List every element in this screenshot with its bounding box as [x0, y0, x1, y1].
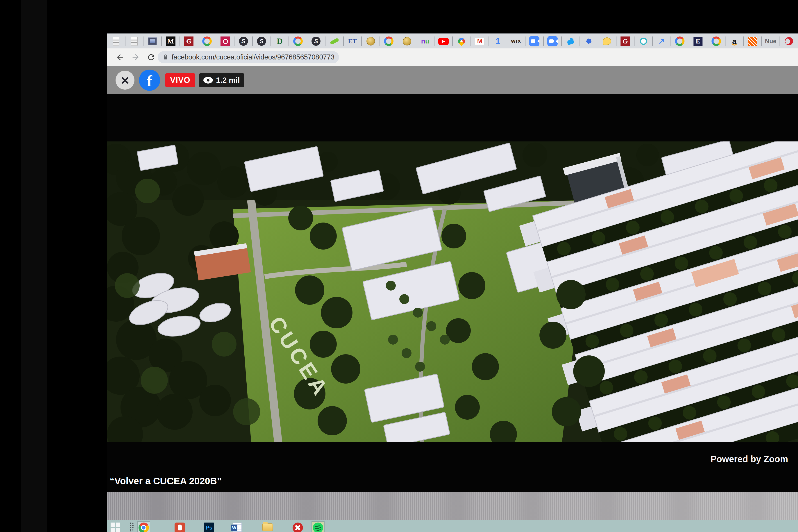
- tab-gandhi-g[interactable]: G: [616, 34, 634, 49]
- opera-o-icon: [784, 37, 794, 46]
- taskbar-item-app-grid-dots[interactable]: [130, 522, 134, 532]
- youtube-icon: ▶: [438, 38, 449, 45]
- tab-crimson-seal[interactable]: [216, 34, 234, 49]
- nubank-nu-icon: [420, 36, 430, 46]
- tab-google-g[interactable]: [671, 34, 689, 49]
- tab-zoom-camera[interactable]: [525, 34, 544, 49]
- taskbar-item-spotify[interactable]: [311, 521, 325, 532]
- medium-m-icon: M: [166, 37, 175, 46]
- tab-teal-ring[interactable]: [634, 34, 652, 49]
- taskbar-item-word[interactable]: [233, 522, 242, 532]
- twitter-bird-icon: [566, 36, 576, 46]
- wix-icon: WIX: [511, 36, 521, 46]
- tab-google-one[interactable]: 1: [489, 34, 507, 49]
- tab-wix[interactable]: WIX: [507, 34, 525, 49]
- tab-dark-globe[interactable]: S: [252, 34, 271, 49]
- photographed-screen: MGSSDSET▶M1WIXG↗EaNue facebook.com/cucea…: [0, 0, 798, 532]
- maps-pin-icon: [457, 37, 466, 46]
- doc-text-icon: [113, 37, 119, 46]
- tab-et-news[interactable]: ET: [343, 34, 362, 49]
- tab-gmail-m[interactable]: M: [471, 34, 489, 49]
- doc-text-icon: [131, 37, 138, 46]
- taskbar-item-chrome[interactable]: [137, 521, 150, 532]
- crimson-seal-icon: [221, 37, 230, 46]
- address-bar[interactable]: facebook.com/cucea.oficial/videos/967685…: [158, 51, 339, 63]
- tab-dark-globe[interactable]: S: [307, 34, 325, 49]
- powered-by-zoom-watermark: Powered by Zoom: [710, 454, 788, 464]
- tab-gold-seal[interactable]: [361, 34, 380, 49]
- yellow-chat-icon: [603, 37, 611, 45]
- tab-google-g[interactable]: [707, 34, 725, 49]
- tab-gold-seal[interactable]: [398, 34, 416, 49]
- tab-doc-text[interactable]: [107, 34, 125, 49]
- tab-zoom-camera[interactable]: [544, 34, 562, 49]
- google-g-icon: [384, 37, 394, 46]
- close-button[interactable]: ×: [116, 71, 134, 90]
- gold-seal-icon: [403, 37, 411, 45]
- green-brush-icon: [329, 36, 339, 46]
- reload-button[interactable]: [146, 52, 156, 62]
- windows-start-icon: [111, 522, 121, 532]
- chrome-icon: [138, 522, 149, 532]
- tab-google-g[interactable]: [198, 34, 216, 49]
- tab-green-d[interactable]: D: [271, 34, 289, 49]
- tab-twitter-bird[interactable]: [562, 34, 580, 49]
- back-arrow-icon: [116, 53, 125, 62]
- video-player[interactable]: CUCEA Powered by Zoom “Volver a CUCEA 20…: [107, 94, 798, 492]
- tab-screenshot[interactable]: [143, 34, 162, 49]
- tab-gandhi-g[interactable]: G: [180, 34, 198, 49]
- taskbar-item-windows-start[interactable]: [111, 522, 121, 532]
- tab-doc-text[interactable]: [125, 34, 144, 49]
- forward-arrow-icon: [131, 53, 140, 62]
- tab-dark-globe[interactable]: S: [234, 34, 252, 49]
- google-g-icon: [202, 37, 212, 46]
- tab-green-brush[interactable]: [325, 34, 343, 49]
- zoom-camera-icon: [547, 36, 558, 46]
- dark-globe-icon: S: [239, 37, 248, 46]
- facebook-logo-icon[interactable]: f: [139, 70, 160, 91]
- url-text: facebook.com/cucea.oficial/videos/967685…: [172, 53, 335, 61]
- tab-home-depot[interactable]: [743, 34, 762, 49]
- gandhi-g-icon: G: [184, 37, 193, 46]
- taskbar-item-red-pinwheel-app[interactable]: [292, 522, 303, 532]
- video-caption: “Volver a CUCEA 2020B”: [110, 476, 222, 487]
- amazon-a-icon: a: [729, 36, 739, 46]
- forward-button[interactable]: [131, 52, 140, 62]
- viewer-count-badge: 1.2 mil: [199, 73, 244, 87]
- live-badge: VIVO: [165, 73, 195, 87]
- screenshot-icon: [148, 37, 157, 45]
- tab-maps-pin[interactable]: [453, 34, 471, 49]
- facebook-video-header: × f VIVO 1.2 mil: [107, 66, 798, 94]
- tab-strip[interactable]: MGSSDSET▶M1WIXG↗EaNue: [107, 33, 798, 49]
- back-button[interactable]: [115, 52, 125, 62]
- tab-yellow-chat[interactable]: [598, 34, 616, 49]
- tab-opera-o[interactable]: [780, 34, 798, 49]
- tab-tab-title[interactable]: Nue: [761, 34, 780, 49]
- windows-taskbar[interactable]: Ps: [107, 520, 798, 532]
- tab-trend-arrow[interactable]: ↗: [652, 34, 671, 49]
- home-depot-icon: [748, 37, 757, 46]
- word-icon: [233, 522, 242, 532]
- taskbar-item-photoshop[interactable]: Ps: [204, 522, 214, 532]
- tab-nubank-nu[interactable]: [416, 34, 434, 49]
- photoshop-icon: Ps: [204, 522, 214, 532]
- tab-amazon-a[interactable]: a: [725, 34, 743, 49]
- dark-globe-icon: S: [311, 37, 321, 46]
- red-hand-app-icon: [174, 522, 185, 532]
- spotify-icon: [313, 522, 323, 532]
- gmail-m-icon: M: [475, 38, 484, 45]
- tab-etsy-e[interactable]: E: [689, 34, 707, 49]
- google-one-icon: 1: [493, 36, 503, 46]
- tab-medium-m[interactable]: M: [162, 34, 180, 49]
- tab-youtube[interactable]: ▶: [434, 34, 453, 49]
- page-background-strip: [107, 492, 798, 520]
- taskbar-item-red-hand-app[interactable]: [174, 522, 185, 532]
- reload-icon: [147, 53, 156, 62]
- tab-blue-sparkle[interactable]: [580, 34, 598, 49]
- taskbar-item-file-explorer[interactable]: [262, 524, 273, 531]
- google-g-icon: [675, 37, 684, 46]
- tab-google-g[interactable]: [289, 34, 307, 49]
- dark-globe-icon: S: [257, 37, 266, 46]
- tab-google-g[interactable]: [380, 34, 398, 49]
- red-pinwheel-app-icon: [292, 522, 303, 532]
